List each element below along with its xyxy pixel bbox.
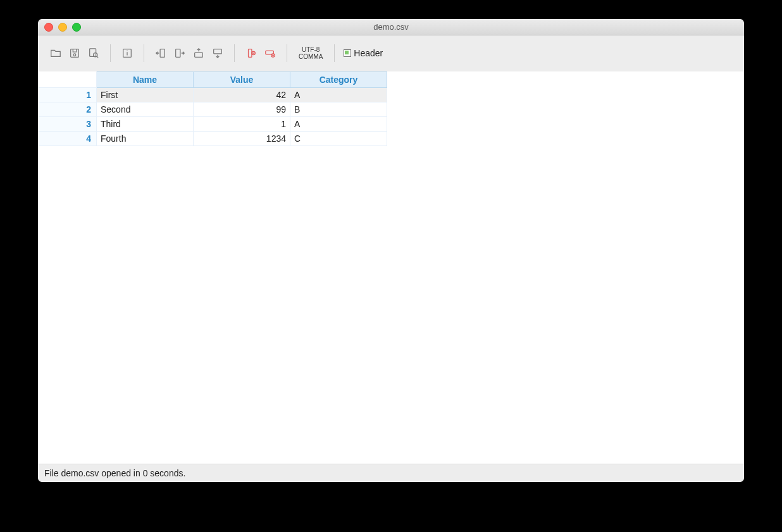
svg-rect-7 (176, 49, 180, 58)
cell[interactable]: B (290, 102, 387, 117)
zoom-window-button[interactable] (72, 23, 81, 32)
cell[interactable]: 99 (194, 102, 290, 117)
row-number[interactable]: 4 (38, 132, 97, 146)
toolbar-separator (110, 44, 111, 62)
cell[interactable]: A (290, 117, 387, 132)
svg-rect-6 (160, 49, 164, 58)
encoding-line2: COMMA (299, 53, 323, 60)
column-header[interactable]: Value (194, 72, 290, 88)
save-file-button[interactable] (66, 44, 84, 62)
insert-column-right-button[interactable] (171, 44, 189, 62)
window-controls (44, 23, 81, 32)
delete-row-button[interactable] (261, 44, 279, 62)
table-row[interactable]: 2Second99B (38, 102, 387, 117)
table-row[interactable]: 1First42A (38, 88, 387, 102)
insert-col-right-icon (174, 47, 185, 59)
content-area[interactable]: NameValueCategory 1First42A2Second99B3Th… (38, 71, 744, 464)
row-number[interactable]: 3 (38, 117, 97, 132)
header-toggle[interactable]: Header (344, 48, 383, 58)
info-button[interactable] (118, 44, 136, 62)
column-header[interactable]: Name (97, 72, 194, 88)
svg-rect-8 (195, 53, 203, 57)
find-file-icon (88, 47, 99, 59)
header-toggle-label: Header (354, 48, 383, 58)
close-window-button[interactable] (44, 23, 53, 32)
delete-column-button[interactable] (242, 44, 260, 62)
svg-point-1 (73, 54, 76, 56)
encoding-indicator[interactable]: UTF-8 COMMA (295, 46, 326, 60)
svg-point-5 (127, 51, 127, 51)
cell[interactable]: 42 (194, 88, 290, 102)
table-row[interactable]: 3Third1A (38, 117, 387, 132)
find-button[interactable] (85, 44, 102, 62)
window-title: demo.csv (38, 22, 744, 32)
encoding-line1: UTF-8 (299, 46, 323, 53)
open-file-button[interactable] (47, 44, 65, 62)
table-corner[interactable] (38, 72, 97, 88)
toolbar-separator (234, 44, 235, 62)
insert-row-down-icon (212, 47, 223, 59)
toolbar-separator (144, 44, 144, 62)
folder-icon (50, 47, 61, 59)
cell[interactable]: A (290, 88, 387, 102)
toolbar: UTF-8 COMMA Header (38, 35, 744, 71)
svg-rect-10 (249, 49, 252, 58)
row-number[interactable]: 1 (38, 88, 97, 102)
minimize-window-button[interactable] (58, 23, 67, 32)
save-icon (69, 47, 80, 59)
info-icon (121, 47, 133, 59)
app-window: demo.csv (38, 19, 744, 482)
delete-column-icon (245, 47, 257, 59)
cell[interactable]: First (97, 88, 194, 102)
status-bar: File demo.csv opened in 0 seconds. (38, 464, 744, 482)
insert-row-above-button[interactable] (190, 44, 208, 62)
insert-col-left-icon (155, 47, 166, 59)
toolbar-separator (287, 44, 287, 62)
table-body: 1First42A2Second99B3Third1A4Fourth1234C (38, 88, 387, 146)
insert-column-left-button[interactable] (152, 44, 170, 62)
header-checkbox-icon (344, 49, 351, 57)
insert-row-below-button[interactable] (209, 44, 227, 62)
svg-rect-9 (214, 49, 222, 54)
toolbar-separator (334, 44, 335, 62)
cell[interactable]: 1 (194, 117, 290, 132)
column-header[interactable]: Category (290, 72, 387, 88)
cell[interactable]: Third (97, 117, 194, 132)
status-text: File demo.csv opened in 0 seconds. (44, 468, 185, 478)
table-row[interactable]: 4Fourth1234C (38, 132, 387, 146)
cell[interactable]: Second (97, 102, 194, 117)
delete-row-icon (264, 47, 276, 59)
cell[interactable]: 1234 (194, 132, 290, 146)
csv-table: NameValueCategory 1First42A2Second99B3Th… (38, 71, 387, 146)
cell[interactable]: C (290, 132, 387, 146)
insert-row-up-icon (193, 47, 204, 59)
row-number[interactable]: 2 (38, 102, 97, 117)
cell[interactable]: Fourth (97, 132, 194, 146)
titlebar[interactable]: demo.csv (38, 19, 744, 35)
